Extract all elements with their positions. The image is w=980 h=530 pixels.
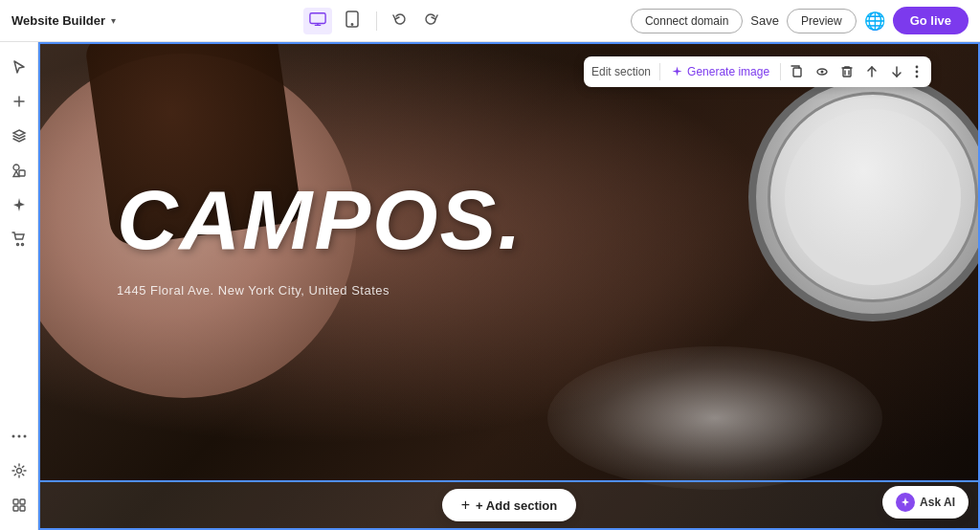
canvas-area: CAMPOS. 1445 Floral Ave. New York City, … <box>38 42 980 530</box>
edit-toolbar-divider2 <box>780 63 781 80</box>
generate-image-label: Generate image <box>687 65 769 78</box>
svg-point-12 <box>21 244 23 246</box>
trash-icon <box>840 65 854 78</box>
left-sidebar <box>0 42 38 530</box>
puzzle-icon <box>11 497 27 513</box>
settings-icon <box>11 463 27 478</box>
more-dots-icon <box>11 434 27 438</box>
svg-point-29 <box>916 66 919 69</box>
undo-btn[interactable] <box>389 8 412 33</box>
svg-point-31 <box>916 76 919 78</box>
svg-rect-9 <box>19 170 25 176</box>
sidebar-more-btn[interactable] <box>4 421 34 452</box>
sidebar-pointer-btn[interactable] <box>4 52 34 82</box>
sidebar-layers-btn[interactable] <box>4 121 34 151</box>
generate-image-btn[interactable]: Generate image <box>665 62 775 81</box>
svg-point-30 <box>916 71 919 74</box>
move-down-btn[interactable] <box>885 61 908 82</box>
chevron-down-icon[interactable]: ▾ <box>111 15 116 26</box>
eye-icon <box>815 65 829 78</box>
add-section-label: + Add section <box>476 498 557 513</box>
sidebar-ai-btn[interactable] <box>4 189 34 220</box>
tablet-device-btn[interactable] <box>340 7 365 35</box>
edit-toolbar: Edit section Generate image <box>584 56 931 87</box>
toolbar-left: Website Builder ▾ <box>11 13 116 28</box>
svg-rect-20 <box>20 506 25 511</box>
desktop-device-btn[interactable] <box>303 8 332 34</box>
connect-domain-btn[interactable]: Connect domain <box>631 9 743 33</box>
undo-icon <box>392 11 408 27</box>
add-icon <box>11 94 27 109</box>
svg-point-8 <box>13 165 19 170</box>
copy-btn[interactable] <box>786 61 809 82</box>
preview-btn[interactable]: Preview <box>787 9 857 33</box>
svg-rect-21 <box>793 68 801 77</box>
svg-rect-18 <box>20 499 25 504</box>
flour-spill <box>547 346 882 490</box>
svg-point-4 <box>352 23 353 24</box>
copy-icon <box>791 65 804 78</box>
svg-marker-10 <box>13 171 19 177</box>
tablet-icon <box>345 11 359 28</box>
cart-icon <box>11 232 27 247</box>
delete-btn[interactable] <box>835 61 858 82</box>
sidebar-shapes-btn[interactable] <box>4 155 34 186</box>
svg-point-13 <box>11 435 14 438</box>
redo-icon <box>423 11 438 27</box>
globe-icon[interactable]: 🌐 <box>864 11 885 32</box>
main-layout: CAMPOS. 1445 Floral Ave. New York City, … <box>0 42 980 530</box>
pointer-icon <box>11 59 27 75</box>
sidebar-settings-btn[interactable] <box>4 455 34 486</box>
add-section-btn[interactable]: + + Add section <box>442 489 576 521</box>
desktop-icon <box>309 11 326 27</box>
arrow-down-icon <box>890 65 903 78</box>
ai-sparkle-icon <box>11 197 27 212</box>
sidebar-cart-btn[interactable] <box>4 224 34 254</box>
sieve-decoration <box>748 73 980 321</box>
edit-section-label: Edit section <box>591 65 651 78</box>
svg-point-11 <box>16 244 18 246</box>
svg-point-14 <box>17 435 20 438</box>
move-up-btn[interactable] <box>860 61 883 82</box>
top-toolbar: Website Builder ▾ Connect domain Save Pr… <box>0 0 980 42</box>
toolbar-right: Connect domain Save Preview 🌐 Go live <box>631 7 969 34</box>
more-options-btn[interactable] <box>910 61 924 82</box>
sparkle-icon <box>671 66 683 78</box>
edit-toolbar-divider <box>659 63 660 80</box>
app-title: Website Builder <box>11 13 105 28</box>
svg-point-23 <box>821 71 824 74</box>
vertical-dots-icon <box>915 65 919 78</box>
svg-rect-17 <box>13 499 18 504</box>
arrow-up-icon <box>865 65 879 78</box>
save-btn[interactable]: Save <box>750 13 779 28</box>
hero-section[interactable]: CAMPOS. 1445 Floral Ave. New York City, … <box>38 42 980 530</box>
sidebar-add-btn[interactable] <box>4 86 34 117</box>
visibility-btn[interactable] <box>811 61 834 82</box>
svg-point-16 <box>16 469 21 474</box>
bottom-bar: + + Add section <box>40 480 978 528</box>
toolbar-divider <box>376 11 377 31</box>
go-live-btn[interactable]: Go live <box>893 7 969 34</box>
shapes-icon <box>11 163 27 178</box>
hero-subtitle[interactable]: 1445 Floral Ave. New York City, United S… <box>117 283 390 298</box>
hero-title[interactable]: CAMPOS. <box>117 178 523 262</box>
add-section-plus-icon: + <box>461 497 470 514</box>
svg-point-15 <box>23 435 26 438</box>
sidebar-plugin-btn[interactable] <box>4 490 34 520</box>
svg-rect-19 <box>13 506 18 511</box>
svg-rect-0 <box>310 12 325 23</box>
redo-btn[interactable] <box>419 8 442 33</box>
svg-marker-7 <box>13 130 25 136</box>
svg-rect-24 <box>843 68 851 77</box>
layers-icon <box>11 128 27 144</box>
toolbar-center <box>303 7 442 35</box>
